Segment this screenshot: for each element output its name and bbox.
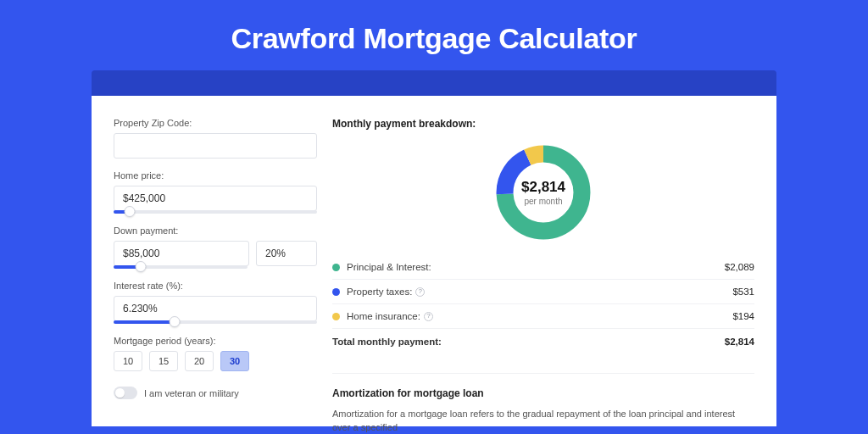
legend-dot-icon <box>332 313 340 320</box>
down-payment-slider-thumb[interactable] <box>135 261 146 272</box>
total-label: Total monthly payment: <box>332 337 442 347</box>
zip-field: Property Zip Code: <box>114 118 317 159</box>
veteran-toggle[interactable] <box>114 387 137 399</box>
calculator-card: Property Zip Code: Home price: Down paym… <box>92 96 776 426</box>
home-price-slider-thumb[interactable] <box>125 206 136 217</box>
period-button-10[interactable]: 10 <box>114 351 142 371</box>
form-panel: Property Zip Code: Home price: Down paym… <box>114 118 317 426</box>
donut-center: $2,814 per month <box>492 142 594 243</box>
donut-amount: $2,814 <box>521 179 565 196</box>
home-price-field: Home price: <box>114 170 317 214</box>
down-payment-amount-input[interactable] <box>114 241 249 266</box>
legend: Principal & Interest:$2,089Property taxe… <box>332 255 754 328</box>
amortization-title: Amortization for mortgage loan <box>332 387 754 399</box>
down-payment-label: Down payment: <box>114 225 317 236</box>
home-price-slider[interactable] <box>114 210 317 214</box>
down-payment-slider[interactable] <box>114 265 248 269</box>
amortization-section: Amortization for mortgage loan Amortizat… <box>332 373 754 434</box>
zip-label: Property Zip Code: <box>114 118 317 128</box>
interest-rate-slider-fill <box>114 320 175 324</box>
mortgage-period-field: Mortgage period (years): 10152030 <box>114 336 317 371</box>
zip-input[interactable] <box>114 133 317 159</box>
legend-dot-icon <box>332 288 340 296</box>
legend-label: Home insurance: <box>347 311 420 321</box>
legend-value: $531 <box>732 287 754 297</box>
donut-chart-container: $2,814 per month <box>332 138 754 255</box>
veteran-row: I am veteran or military <box>114 387 317 399</box>
donut-sub: per month <box>524 197 562 206</box>
interest-rate-label: Interest rate (%): <box>114 281 317 291</box>
legend-label: Principal & Interest: <box>347 262 431 272</box>
veteran-toggle-knob <box>115 388 125 398</box>
header-band <box>92 70 776 96</box>
page-title: Crawford Mortgage Calculator <box>0 0 868 70</box>
legend-row-0: Principal & Interest:$2,089 <box>332 255 754 279</box>
total-row: Total monthly payment: $2,814 <box>332 328 754 354</box>
period-button-15[interactable]: 15 <box>149 351 178 371</box>
down-payment-percent-input[interactable] <box>256 241 317 266</box>
legend-value: $194 <box>732 311 754 321</box>
interest-rate-slider[interactable] <box>114 320 317 324</box>
interest-rate-field: Interest rate (%): <box>114 281 317 324</box>
mortgage-period-label: Mortgage period (years): <box>114 336 317 346</box>
home-price-label: Home price: <box>114 170 317 181</box>
period-button-20[interactable]: 20 <box>185 351 214 371</box>
interest-rate-slider-thumb[interactable] <box>170 316 181 327</box>
veteran-label: I am veteran or military <box>144 388 239 398</box>
legend-row-2: Home insurance:?$194 <box>332 303 754 328</box>
interest-rate-input[interactable] <box>114 296 317 321</box>
info-icon[interactable]: ? <box>415 287 425 297</box>
amortization-text: Amortization for a mortgage loan refers … <box>332 408 754 434</box>
period-button-30[interactable]: 30 <box>220 351 249 371</box>
legend-label: Property taxes: <box>347 287 412 297</box>
period-button-group: 10152030 <box>114 351 317 371</box>
legend-dot-icon <box>332 264 340 271</box>
breakdown-panel: Monthly payment breakdown: $2,814 per mo… <box>332 118 754 426</box>
home-price-input[interactable] <box>114 186 317 211</box>
info-icon[interactable]: ? <box>424 312 433 321</box>
donut-chart: $2,814 per month <box>492 142 594 243</box>
legend-row-1: Property taxes:?$531 <box>332 279 754 303</box>
total-value: $2,814 <box>725 337 754 347</box>
down-payment-field: Down payment: <box>114 225 317 269</box>
breakdown-title: Monthly payment breakdown: <box>332 118 754 130</box>
legend-value: $2,089 <box>725 262 754 272</box>
